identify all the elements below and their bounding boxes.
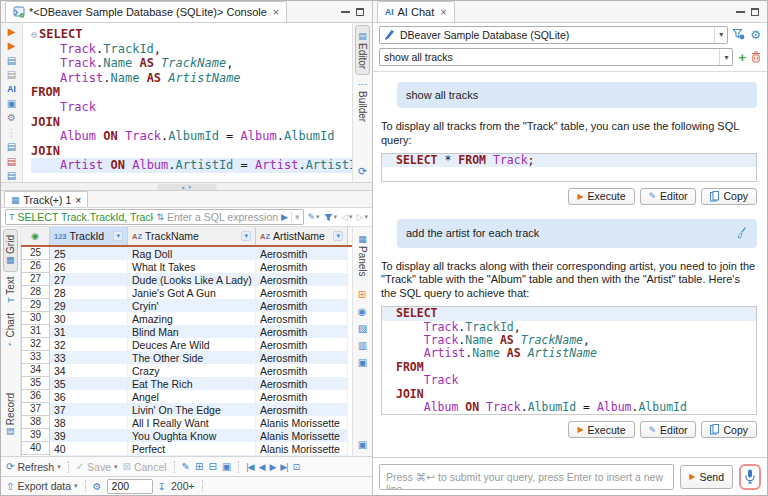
next-row-icon[interactable]: ▶ (269, 462, 275, 472)
add-row-icon[interactable]: ⊞ (195, 461, 203, 472)
execute-button[interactable]: ▶Execute (568, 188, 634, 205)
cell-artistname[interactable]: Aerosmith (256, 299, 348, 312)
filter-funnel-icon[interactable]: ▾ (324, 213, 338, 222)
column-header-trackname[interactable]: AZ TrackName ▾ (128, 227, 256, 245)
row-number-cell[interactable]: 28 (21, 286, 50, 299)
table-row[interactable]: 3434CrazyAerosmith (21, 364, 352, 377)
fetch-more-button[interactable]: 200+ (171, 480, 195, 492)
sql-code-block[interactable]: SELECT * FROM Track; (381, 153, 757, 182)
ai-settings-gear-icon[interactable]: ⚙ (750, 28, 761, 42)
console-icon[interactable]: ▣ (4, 98, 20, 109)
minimize-icon[interactable] (341, 11, 350, 13)
tab-ai-chat[interactable]: AI AI Chat × (377, 1, 455, 22)
execute-button[interactable]: ▶Execute (568, 421, 634, 438)
cell-trackname[interactable]: What It Takes (128, 260, 256, 273)
close-ai-chat-icon[interactable]: × (440, 6, 446, 18)
row-number-cell[interactable]: 34 (21, 364, 50, 377)
save-file-icon[interactable]: ▤ (4, 171, 20, 182)
tab-grid-view[interactable]: ▦ Grid (3, 229, 18, 272)
table-row[interactable]: 3535Eat The RichAerosmith (21, 377, 352, 390)
copy-button[interactable]: Copy (701, 421, 757, 438)
history-forward-icon[interactable]: ▷▾ (357, 212, 368, 222)
cell-artistname[interactable]: Aerosmith (256, 260, 348, 273)
cell-trackid[interactable]: 34 (50, 364, 128, 377)
row-number-cell[interactable]: 29 (21, 299, 50, 312)
duplicate-row-icon[interactable]: ⊟ (208, 461, 216, 472)
tab-chart-view[interactable]: ◔ Chart (4, 308, 17, 354)
open-file-icon[interactable]: ▤ (4, 142, 20, 153)
image-viewer-icon[interactable]: ▨ (358, 324, 367, 334)
sort-caret-icon[interactable]: ▾ (333, 231, 343, 241)
calc-panel-icon[interactable]: ⊞ (358, 290, 367, 300)
prev-row-icon[interactable]: ◀ (258, 462, 264, 472)
row-number-cell[interactable]: 37 (21, 403, 50, 416)
cell-artistname[interactable]: Aerosmith (256, 247, 348, 260)
table-row[interactable]: 3333The Other SideAerosmith (21, 351, 352, 364)
cell-trackid[interactable]: 32 (50, 338, 128, 351)
cell-artistname[interactable]: Aerosmith (256, 364, 348, 377)
cell-trackid[interactable]: 27 (50, 273, 128, 286)
history-caret-icon[interactable]: ▾ (719, 49, 728, 65)
cell-trackid[interactable]: 28 (50, 286, 128, 299)
fold-marker-icon[interactable]: ⊖ (31, 29, 37, 40)
cell-artistname[interactable]: Aerosmith (256, 390, 348, 403)
cell-trackname[interactable]: Amazing (128, 312, 256, 325)
delete-chat-icon[interactable] (751, 51, 761, 63)
table-row[interactable]: 3737Livin' On The EdgeAerosmith (21, 403, 352, 416)
connection-caret-icon[interactable]: ▾ (714, 27, 723, 43)
row-number-cell[interactable]: 31 (21, 325, 50, 338)
explain-plan-icon[interactable]: ▤ (4, 55, 20, 66)
close-results-icon[interactable]: × (75, 194, 81, 206)
cell-artistname[interactable]: Alanis Morissette (256, 416, 348, 429)
column-header-trackid[interactable]: 123 TrackId ▾ (50, 227, 128, 245)
delete-row-icon[interactable]: ▣ (222, 461, 231, 472)
cancel-button[interactable]: ⊠ Cancel (123, 461, 167, 473)
cell-artistname[interactable]: Aerosmith (256, 325, 348, 338)
sort-caret-icon[interactable]: ▾ (113, 231, 123, 241)
value-viewer-icon[interactable]: ◉ (358, 307, 367, 317)
cell-trackname[interactable]: The Other Side (128, 351, 256, 364)
chat-query-input[interactable] (379, 464, 674, 490)
cell-artistname[interactable]: Aerosmith (256, 338, 348, 351)
maximize-icon[interactable] (356, 8, 364, 16)
cell-trackid[interactable]: 38 (50, 416, 128, 429)
filter-input[interactable]: T SELECT Track.TrackId, Track.N ⇅ Enter … (5, 209, 304, 225)
maximize-icon[interactable] (751, 8, 759, 16)
cell-artistname[interactable]: Aerosmith (256, 312, 348, 325)
cell-trackname[interactable]: All I Really Want (128, 416, 256, 429)
table-row[interactable]: 3838All I Really WantAlanis Morissette (21, 416, 352, 429)
chat-history-select[interactable]: show all tracks ▾ (379, 48, 733, 66)
refresh-button[interactable]: ⟳ Refresh ▾ (6, 461, 61, 473)
tab-builder-vertical[interactable]: ⋮ Builder (356, 75, 369, 127)
tab-sql-console[interactable]: *<DBeaver Sample Database (SQLite)> Cons… (5, 1, 287, 22)
table-row[interactable]: 2828Janie's Got A GunAerosmith (21, 286, 352, 299)
column-header-artistname[interactable]: AZ ArtistName ▾ (256, 227, 348, 245)
table-row[interactable]: 2525Rag DollAerosmith (21, 247, 352, 260)
tab-text-view[interactable]: T Text (4, 272, 17, 308)
table-row[interactable]: 3030AmazingAerosmith (21, 312, 352, 325)
row-number-cell[interactable]: 33 (21, 351, 50, 364)
cell-trackid[interactable]: 29 (50, 299, 128, 312)
tab-panels[interactable]: ▦ Panels (356, 229, 369, 282)
tab-editor-vertical[interactable]: ▤ Editor (355, 25, 370, 75)
editor-results-sash[interactable]: ▲ ▼ (1, 183, 372, 191)
scope-funnel-icon[interactable] (733, 29, 745, 40)
sort-caret-icon[interactable]: ▾ (241, 231, 251, 241)
cell-trackname[interactable]: Dude (Looks Like A Lady) (128, 273, 256, 286)
cell-trackname[interactable]: Rag Doll (128, 247, 256, 260)
editor-button[interactable]: ✎Editor (640, 188, 697, 205)
cell-trackid[interactable]: 30 (50, 312, 128, 325)
editor-refresh-icon[interactable]: ⟳ (358, 165, 367, 178)
cell-trackname[interactable]: Crazy (128, 364, 256, 377)
expand-filter-icon[interactable]: ⇅ (156, 212, 164, 222)
table-row[interactable]: 4040PerfectAlanis Morissette (21, 442, 352, 455)
cell-trackname[interactable]: You Oughta Know (128, 429, 256, 442)
row-number-cell[interactable]: 38 (21, 416, 50, 429)
editor-button[interactable]: ✎Editor (640, 421, 697, 438)
fetch-next-icon[interactable]: ↧ (158, 481, 166, 492)
metadata-panel-icon[interactable]: ▣ (358, 358, 367, 368)
export-data-button[interactable]: ⇧ Export data ▾ (6, 480, 78, 492)
table-row[interactable]: 2626What It TakesAerosmith (21, 260, 352, 273)
close-tab-icon[interactable]: × (273, 6, 279, 18)
tab-track-results[interactable]: ▦ Track(+) 1 × (4, 191, 88, 207)
